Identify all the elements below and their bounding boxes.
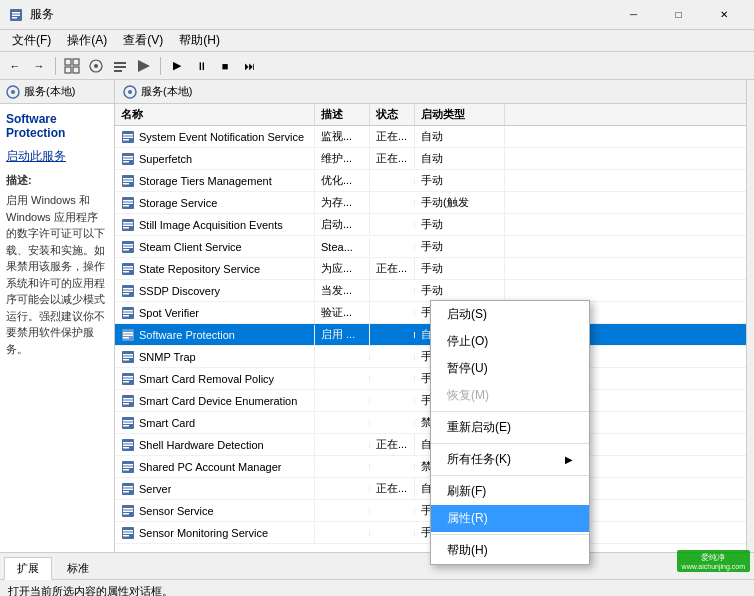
scrollbar[interactable] xyxy=(746,80,754,574)
table-row[interactable]: Superfetch维护...正在...自动 xyxy=(115,148,754,170)
status-text: 打开当前所选内容的属性对话框。 xyxy=(8,584,173,597)
table-row[interactable]: Storage Service为存...手动(触发 xyxy=(115,192,754,214)
service-desc-cell: 启动... xyxy=(315,214,370,235)
service-row-icon xyxy=(121,152,135,166)
context-menu-item[interactable]: 暂停(U) xyxy=(431,355,589,382)
service-name-cell: Smart Card xyxy=(115,413,315,433)
left-panel: 服务(本地) Software Protection 启动此服务 描述: 启用 … xyxy=(0,80,115,574)
service-name-cell: Smart Card Device Enumeration xyxy=(115,391,315,411)
context-menu-item[interactable]: 重新启动(E) xyxy=(431,414,589,441)
svg-rect-41 xyxy=(123,249,129,251)
context-menu-item-label: 启动(S) xyxy=(447,306,487,323)
service-startup-cell: 自动 xyxy=(415,148,505,169)
service-name-cell: SSDP Discovery xyxy=(115,281,315,301)
service-name-text: Superfetch xyxy=(139,153,192,165)
context-menu-item[interactable]: 所有任务(K)▶ xyxy=(431,446,589,473)
service-status-cell xyxy=(370,508,415,514)
service-name-text: SSDP Discovery xyxy=(139,285,220,297)
svg-rect-27 xyxy=(123,178,133,180)
toolbar-btn2[interactable] xyxy=(85,55,107,77)
service-desc-cell xyxy=(315,486,370,492)
table-row[interactable]: Steam Client ServiceStea...手动 xyxy=(115,236,754,258)
minimize-button[interactable]: ─ xyxy=(611,0,656,30)
svg-rect-51 xyxy=(123,310,133,312)
service-name-cell: Sensor Service xyxy=(115,501,315,521)
service-row-icon xyxy=(121,438,135,452)
toolbar-play[interactable]: ▶ xyxy=(166,55,188,77)
context-menu-item[interactable]: 属性(R) xyxy=(431,505,589,532)
service-desc-cell xyxy=(315,530,370,536)
left-panel-header-text: 服务(本地) xyxy=(24,84,75,99)
toolbar-pause[interactable]: ⏸ xyxy=(190,55,212,77)
service-desc-cell xyxy=(315,508,370,514)
close-button[interactable]: ✕ xyxy=(701,0,746,30)
menu-view[interactable]: 查看(V) xyxy=(115,30,171,51)
table-row[interactable]: System Event Notification Service监视...正在… xyxy=(115,126,754,148)
toolbar-restart[interactable]: ⏭ xyxy=(238,55,260,77)
context-menu-item[interactable]: 刷新(F) xyxy=(431,478,589,505)
col-header-status[interactable]: 状态 xyxy=(370,104,415,125)
context-menu-item[interactable]: 帮助(H) xyxy=(431,537,589,564)
right-panel: 服务(本地) 名称 描述 状态 启动类型 System Event Notifi… xyxy=(115,80,754,574)
service-row-icon xyxy=(121,416,135,430)
service-desc-cell xyxy=(315,464,370,470)
svg-rect-19 xyxy=(123,134,133,136)
menu-action[interactable]: 操作(A) xyxy=(59,30,115,51)
context-menu-item[interactable]: 停止(O) xyxy=(431,328,589,355)
svg-rect-25 xyxy=(123,161,129,163)
service-desc-cell: 启用 ... xyxy=(315,324,370,345)
svg-rect-32 xyxy=(123,202,133,204)
toolbar-back[interactable]: ← xyxy=(4,55,26,77)
svg-rect-37 xyxy=(123,227,129,229)
context-menu-item: 恢复(M) xyxy=(431,382,589,409)
toolbar-btn1[interactable] xyxy=(61,55,83,77)
toolbar-btn4[interactable] xyxy=(133,55,155,77)
svg-rect-89 xyxy=(123,513,129,515)
table-row[interactable]: Still Image Acquisition Events启动...手动 xyxy=(115,214,754,236)
svg-rect-29 xyxy=(123,183,129,185)
maximize-button[interactable]: □ xyxy=(656,0,701,30)
svg-rect-93 xyxy=(123,535,129,537)
svg-rect-36 xyxy=(123,224,133,226)
title-bar: 服务 ─ □ ✕ xyxy=(0,0,754,30)
table-row[interactable]: State Repository Service为应...正在...手动 xyxy=(115,258,754,280)
tab-standard[interactable]: 标准 xyxy=(54,557,102,579)
svg-rect-73 xyxy=(123,425,129,427)
svg-rect-10 xyxy=(114,62,126,64)
context-menu-item[interactable]: 启动(S) xyxy=(431,301,589,328)
start-service-link[interactable]: 启动此服务 xyxy=(6,148,108,165)
toolbar-forward[interactable]: → xyxy=(28,55,50,77)
service-row-icon xyxy=(121,350,135,364)
service-status-cell xyxy=(370,288,415,294)
svg-rect-80 xyxy=(123,466,133,468)
table-row[interactable]: SSDP Discovery当发...手动 xyxy=(115,280,754,302)
main-area: 服务(本地) Software Protection 启动此服务 描述: 启用 … xyxy=(0,80,754,574)
svg-rect-61 xyxy=(123,359,129,361)
left-panel-header: 服务(本地) xyxy=(0,80,114,104)
menu-file[interactable]: 文件(F) xyxy=(4,30,59,51)
service-status-cell: 正在... xyxy=(370,258,415,279)
service-row-icon xyxy=(121,460,135,474)
col-header-startup[interactable]: 启动类型 xyxy=(415,104,505,125)
svg-rect-60 xyxy=(123,356,133,358)
menu-help[interactable]: 帮助(H) xyxy=(171,30,228,51)
service-name-text: Server xyxy=(139,483,171,495)
svg-rect-63 xyxy=(123,376,133,378)
svg-rect-43 xyxy=(123,266,133,268)
svg-rect-84 xyxy=(123,488,133,490)
svg-rect-92 xyxy=(123,532,133,534)
tab-extended[interactable]: 扩展 xyxy=(4,557,52,580)
service-startup-cell: 手动 xyxy=(415,236,505,257)
svg-point-15 xyxy=(11,90,15,94)
svg-rect-45 xyxy=(123,271,129,273)
toolbar-stop[interactable]: ■ xyxy=(214,55,236,77)
service-name-cell: Shell Hardware Detection xyxy=(115,435,315,455)
service-startup-cell: 手动 xyxy=(415,214,505,235)
service-name-text: Shell Hardware Detection xyxy=(139,439,264,451)
service-name-cell: Software Protection xyxy=(115,325,315,345)
context-menu-item-label: 属性(R) xyxy=(447,510,488,527)
toolbar-btn3[interactable] xyxy=(109,55,131,77)
table-row[interactable]: Storage Tiers Management优化...手动 xyxy=(115,170,754,192)
col-header-name[interactable]: 名称 xyxy=(115,104,315,125)
col-header-desc[interactable]: 描述 xyxy=(315,104,370,125)
